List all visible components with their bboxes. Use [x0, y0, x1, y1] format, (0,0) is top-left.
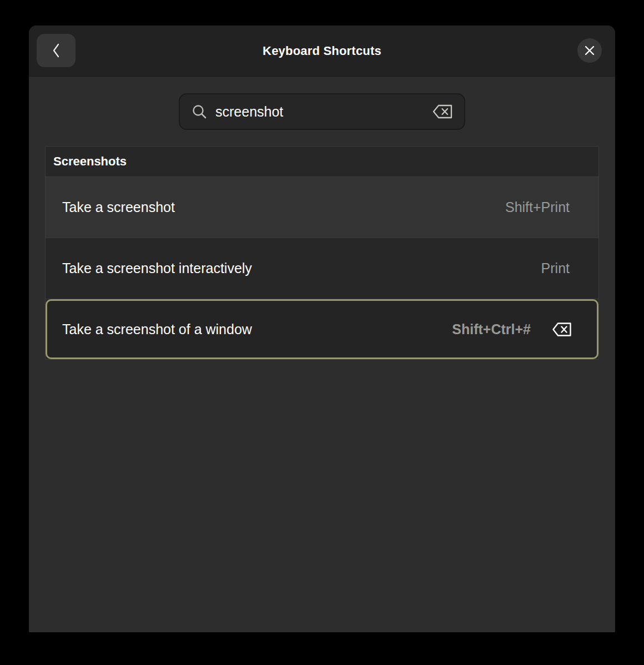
search-input-value: screenshot [215, 104, 432, 120]
back-button[interactable] [37, 34, 76, 67]
search-input[interactable]: screenshot [179, 93, 465, 130]
clear-search-icon[interactable] [432, 104, 453, 119]
close-button[interactable] [577, 38, 602, 63]
page-title: Keyboard Shortcuts [263, 44, 381, 58]
shortcut-label: Take a screenshot interactively [62, 260, 541, 276]
section-header-screenshots: Screenshots [46, 147, 598, 177]
shortcut-label: Take a screenshot of a window [62, 321, 452, 337]
headerbar: Keyboard Shortcuts [29, 26, 615, 77]
shortcut-label: Take a screenshot [62, 199, 505, 215]
shortcuts-list: Screenshots Take a screenshot Shift+Prin… [45, 146, 599, 360]
shortcut-accelerator: Shift+Ctrl+# [452, 321, 531, 337]
shortcut-accelerator: Print [541, 260, 570, 276]
reset-shortcut-icon[interactable] [552, 322, 572, 337]
keyboard-shortcuts-dialog: Keyboard Shortcuts screenshot Scre [29, 26, 615, 632]
close-icon [584, 45, 595, 56]
chevron-left-icon [51, 42, 61, 59]
shortcut-row-take-a-screenshot-of-a-window[interactable]: Take a screenshot of a window Shift+Ctrl… [46, 299, 598, 359]
shortcut-row-take-a-screenshot[interactable]: Take a screenshot Shift+Print [46, 177, 598, 238]
shortcut-row-take-a-screenshot-interactively[interactable]: Take a screenshot interactively Print [46, 238, 598, 299]
search-icon [191, 103, 208, 120]
shortcut-accelerator: Shift+Print [505, 199, 570, 215]
